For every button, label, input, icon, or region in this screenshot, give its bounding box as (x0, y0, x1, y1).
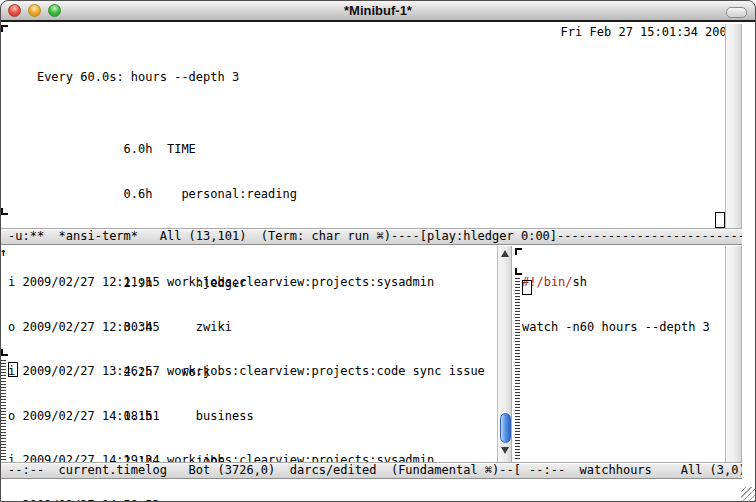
timelog-cursor (8, 362, 18, 377)
modeline-timelog: --:-- current.timelog Bot (3726,0) darcs… (0, 462, 521, 479)
script-scrollbar[interactable] (725, 246, 742, 462)
toolbar-pill-button[interactable] (726, 7, 747, 18)
ansi-term-scrollbar[interactable] (725, 24, 742, 228)
window-title: *Minibuf-1* (0, 0, 756, 22)
timelog-entry: i 2009/02/27 12:11:15 work:jobs:clearvie… (8, 274, 497, 291)
buffer-top-indicator-icon (1, 25, 8, 32)
title-bar[interactable]: *Minibuf-1* (0, 0, 756, 22)
scrollbar-thumb[interactable] (500, 413, 511, 443)
shebang-line: #!/bin/sh (522, 274, 722, 291)
modeline-ansi-term: -u:** *ansi-term* All (13,101) (Term: ch… (0, 228, 742, 245)
minibuffer[interactable]: Redo: (ansi-term "/Users/simon/bin/watch… (8, 481, 748, 502)
buffer-end-indicator-icon (1, 208, 8, 215)
buffer-end-indicator-icon (515, 268, 522, 275)
timelog-entry: o 2009/02/27 12:30:45 (8, 319, 497, 336)
buffer-end-indicator-icon (1, 349, 8, 356)
interpreter-text: sh (573, 275, 587, 289)
timelog-entry: i 2009/02/27 13:46:57 work:jobs:clearvie… (8, 363, 497, 380)
watch-date-text: Fri Feb 27 15:01:34 2009 (561, 24, 734, 41)
watch-header-row: Every 60.0s: hours --depth 3 Fri Feb 27 … (8, 52, 734, 69)
script-pane[interactable]: #!/bin/sh watch -n60 hours --depth 3 (522, 246, 722, 349)
scroll-down-arrow-icon[interactable] (501, 447, 509, 454)
empty-lines-indicator (515, 278, 520, 461)
modeline-watchhours: --:-- watchhours All (3,0) (521, 462, 742, 479)
scrolled-above-indicator-icon: ↑ (0, 247, 7, 258)
report-line: 6.0h TIME (8, 141, 734, 158)
script-cursor (522, 280, 532, 295)
resize-grip-icon[interactable] (741, 487, 755, 501)
report-line: 0.6h personal:reading (8, 186, 734, 203)
buffer-top-indicator-icon (515, 248, 522, 255)
script-command-line: watch -n60 hours --depth 3 (522, 319, 722, 336)
empty-lines-indicator (1, 360, 6, 461)
scroll-up-arrow-icon[interactable] (501, 250, 509, 257)
watch-command-text: Every 60.0s: hours --depth 3 (37, 70, 239, 84)
timelog-scrollbar[interactable] (497, 246, 512, 462)
timelog-entry: o 2009/02/27 14:18:51 (8, 408, 497, 425)
terminal-cursor (715, 212, 725, 228)
